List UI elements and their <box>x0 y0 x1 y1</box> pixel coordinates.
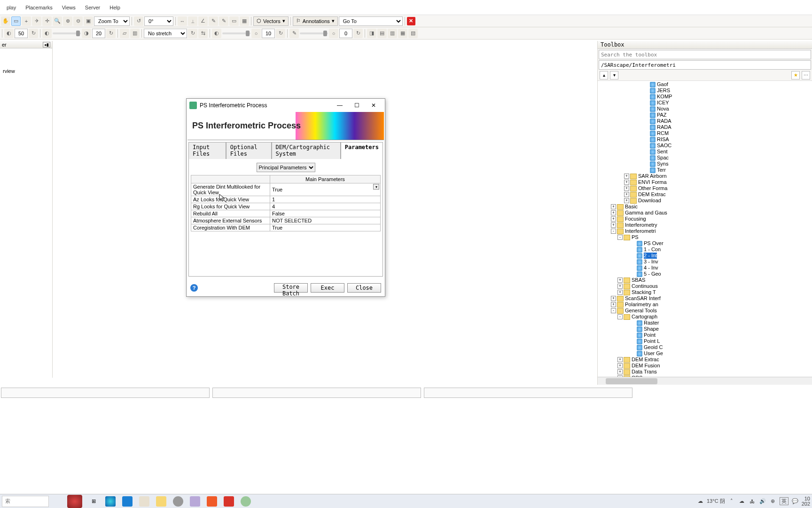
tree-item[interactable]: PAZ <box>598 112 812 118</box>
tool-zoom-in-icon[interactable]: ⊕ <box>63 16 72 26</box>
taskbar-app4-icon[interactable] <box>204 495 220 508</box>
refresh-5-icon[interactable]: ↻ <box>353 29 363 38</box>
taskbar-app6-icon[interactable] <box>238 495 254 508</box>
tray-date[interactable]: 202 <box>802 501 810 507</box>
taskbar-app2-icon[interactable] <box>170 495 186 508</box>
tool-h-icon[interactable]: ⇆ <box>198 29 208 38</box>
tree-item[interactable]: +DEM Extrac <box>598 357 812 363</box>
tray-message-icon[interactable]: 💬 <box>791 498 799 505</box>
weather-icon[interactable]: ☁ <box>696 498 704 505</box>
grad-a-icon[interactable]: ◨ <box>367 29 376 38</box>
tool-b-icon[interactable]: ⟂ <box>188 16 197 26</box>
value-0-input[interactable] <box>339 29 352 38</box>
tree-item[interactable]: -PS <box>598 234 812 240</box>
param-value-cell[interactable]: NOT SELECTED <box>270 217 381 224</box>
tool-select-icon[interactable]: ▭ <box>11 16 21 26</box>
tree-item[interactable]: +DEM Extrac <box>598 191 812 198</box>
tab-dem-cartographic[interactable]: DEM/Cartographic System <box>272 142 341 159</box>
store-batch-button[interactable]: Store Batch <box>274 283 308 293</box>
tab-input-files[interactable]: Input Files <box>188 142 226 159</box>
expand-icon[interactable]: + <box>624 174 629 179</box>
toolbox-tree[interactable]: GaofJERSKOMPICEYNovaPAZRADARADARCMRISASA… <box>598 81 812 377</box>
tray-network-icon[interactable]: 🖧 <box>749 498 756 505</box>
taskbar-mail-icon[interactable] <box>119 495 135 508</box>
grad-b-icon[interactable]: ▤ <box>377 29 387 38</box>
contrast-d-icon[interactable]: ◐ <box>212 29 221 38</box>
tree-item[interactable]: KOMP <box>598 94 812 100</box>
tool-extra-icon[interactable]: ⋯ <box>802 71 810 79</box>
tree-item[interactable]: +Other Forma <box>598 185 812 191</box>
taskbar-edge-icon[interactable] <box>102 495 118 508</box>
menu-item-play[interactable]: play <box>2 3 21 12</box>
contrast-a-icon[interactable]: ◐ <box>4 29 14 38</box>
delete-icon[interactable]: ✕ <box>407 17 415 25</box>
tree-item[interactable]: JERS <box>598 87 812 94</box>
go-to-select[interactable]: Go To <box>339 16 403 26</box>
tree-item[interactable]: 1 - Con <box>598 246 812 253</box>
tray-globe-icon[interactable]: ⊕ <box>769 498 777 505</box>
dropdown-arrow-icon[interactable]: ▾ <box>373 184 379 190</box>
tool-f-icon[interactable]: ▭ <box>229 16 239 26</box>
grad-d-icon[interactable]: ▦ <box>398 29 407 38</box>
grad-e-icon[interactable]: ▧ <box>408 29 418 38</box>
param-value-cell[interactable]: 1 <box>270 196 381 203</box>
tree-item[interactable]: PS Over <box>598 240 812 246</box>
expand-icon[interactable]: + <box>617 284 623 289</box>
rotate-select[interactable]: 0° <box>144 16 173 26</box>
tree-item[interactable]: 4 - Inv <box>598 265 812 271</box>
tree-item[interactable]: RCM <box>598 130 812 136</box>
tool-plus-icon[interactable]: + <box>22 16 31 26</box>
tree-item[interactable]: RADA <box>598 124 812 130</box>
tree-item[interactable]: Nova <box>598 106 812 112</box>
collapse-icon[interactable]: - <box>617 235 623 240</box>
tree-scrollbar[interactable] <box>598 377 812 385</box>
menu-item-placemarks[interactable]: Placemarks <box>21 3 57 12</box>
value-10-input[interactable] <box>262 29 275 38</box>
taskbar-explorer-icon[interactable] <box>153 495 169 508</box>
collapse-icon[interactable]: - <box>611 308 616 313</box>
minimize-button[interactable]: ― <box>331 100 348 111</box>
tool-fly-icon[interactable]: ✈ <box>32 16 41 26</box>
toolbox-path-input[interactable] <box>599 60 811 70</box>
expand-icon[interactable]: + <box>611 296 616 301</box>
tree-item[interactable]: 5 - Geo <box>598 271 812 277</box>
tool-d-icon[interactable]: ✎ <box>209 16 218 26</box>
tree-item[interactable]: +Stacking T <box>598 289 812 295</box>
tool-zoom-icon[interactable]: 🔍 <box>53 16 62 26</box>
collapse-icon[interactable]: ◂▮ <box>43 42 50 48</box>
tree-item[interactable]: Shape <box>598 326 812 332</box>
overview-item[interactable]: rview <box>3 68 49 74</box>
tree-item[interactable]: RADA <box>598 118 812 124</box>
tray-cloud-icon[interactable]: ☁ <box>738 498 746 505</box>
expand-icon[interactable]: + <box>617 357 623 362</box>
taskbar-game-icon[interactable] <box>65 495 85 508</box>
slider-1[interactable] <box>53 32 81 34</box>
tree-item[interactable]: Geoid C <box>598 344 812 350</box>
tree-item[interactable]: ICEY <box>598 100 812 106</box>
tray-time[interactable]: 10 <box>802 496 810 501</box>
param-value-cell[interactable]: 4 <box>270 203 381 210</box>
tree-item[interactable]: +Interferometry <box>598 222 812 228</box>
menu-item-server[interactable]: Server <box>80 3 105 12</box>
refresh-1-icon[interactable]: ↻ <box>29 29 38 38</box>
taskbar-app5-icon[interactable] <box>221 495 237 508</box>
value-20-input[interactable] <box>92 29 105 38</box>
contrast-f-icon[interactable]: ○ <box>329 29 338 38</box>
value-50-input[interactable] <box>15 29 28 38</box>
expand-icon[interactable]: + <box>617 278 623 283</box>
tree-item[interactable]: +Continuous <box>598 283 812 289</box>
tray-volume-icon[interactable]: 🔊 <box>759 498 766 505</box>
annotations-dropdown[interactable]: ⚐Annotations▾ <box>293 16 338 26</box>
contrast-b-icon[interactable]: ◐ <box>42 29 52 38</box>
help-icon[interactable]: ? <box>190 284 198 292</box>
taskbar-taskview-icon[interactable]: ⊞ <box>86 495 102 508</box>
collapse-icon[interactable]: - <box>611 229 616 234</box>
toolbox-search-input[interactable] <box>599 50 811 59</box>
close-button[interactable]: ✕ <box>365 100 382 111</box>
slider-3[interactable] <box>300 32 328 34</box>
ime-indicator[interactable]: 英 <box>780 497 789 505</box>
expand-icon[interactable]: + <box>611 204 616 209</box>
slider-2[interactable] <box>222 32 250 34</box>
expand-icon[interactable]: + <box>617 369 623 374</box>
tool-zoom-fit-icon[interactable]: ▣ <box>84 16 93 26</box>
